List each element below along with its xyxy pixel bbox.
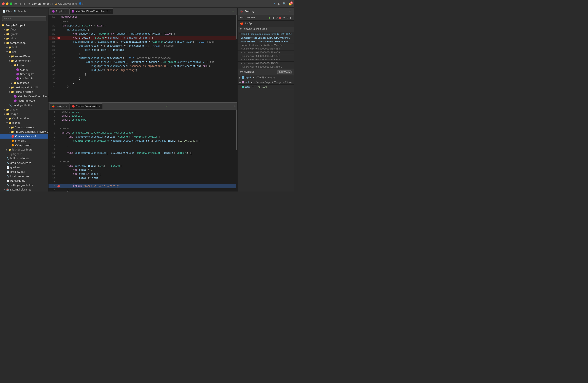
thread-frame-6[interactable]: <unknown> 0x00000001c50f1c04: [238, 54, 294, 58]
tree-item-fleet[interactable]: ▶ 📁 .fleet: [0, 27, 48, 32]
tab-mainswift[interactable]: 🟣 MainSwiftViewController.kt ✕: [69, 8, 113, 14]
tree-item-readme[interactable]: 📋 README.md: [0, 179, 48, 183]
thread-frame-1[interactable]: SampleProject.ComposeView.sumArray(inpu: [238, 36, 294, 40]
thread-frame-5[interactable]: <unknown> 0x00000001c49f8e30: [238, 51, 294, 54]
layout-icon[interactable]: ⊞: [23, 2, 25, 5]
tree-item-appkt[interactable]: 🟣 App.kt: [0, 67, 48, 72]
tab-close-button[interactable]: ✕: [99, 105, 101, 107]
thread-frame-2[interactable]: SampleProject.ComposeView.makeUIViewCo: [238, 40, 294, 43]
tree-item-desktopmain[interactable]: ▶ 📁 desktopMain / kotlin: [0, 85, 48, 90]
tree-item-settings[interactable]: 🔧 settings.gradle.kts: [0, 183, 48, 188]
scrollbar-thumb[interactable]: [236, 110, 237, 150]
tree-item-gradlew-bat[interactable]: 📄 gradlew.bat: [0, 170, 48, 174]
thread-frame-9[interactable]: <unknown> 0x00000001c50f1ae0...: [238, 65, 294, 69]
tree-item-iosapp-inner[interactable]: ▼ 📁 iosApp: [0, 121, 48, 125]
tree-item-contentview[interactable]: 🔴 ContentView.swift: [0, 134, 48, 139]
scrollbar-thumb[interactable]: [236, 15, 237, 39]
tree-item-gradlew[interactable]: 📄 gradlew: [0, 165, 48, 170]
tree-item-iosapp[interactable]: ▼ 📁 iosApp: [0, 112, 48, 116]
variable-total[interactable]: ▶ total = {Int} 100: [238, 85, 294, 89]
tree-item-infoplist[interactable]: 🔶 Info.plist: [0, 139, 48, 143]
thread-frame-3[interactable]: protocol witness for SwiftUI.UIViewCo: [238, 43, 294, 47]
tree-item-kotlin[interactable]: ▼ 📁 kotlin: [0, 63, 48, 67]
tree-item-src[interactable]: ▼ 📁 src: [0, 50, 48, 54]
thread-main[interactable]: Thread-1-<com.apple.main-thread> (244462…: [238, 32, 294, 36]
tab-close-button[interactable]: ✕: [65, 10, 67, 13]
top-code-editor[interactable]: 19 @Composable 6 usages 20 fun App(text:…: [48, 15, 236, 102]
tree-item-build[interactable]: ▶ 📁 build: [0, 45, 48, 50]
notification-icon[interactable]: 🔔 1: [289, 2, 292, 5]
tab-contentview[interactable]: 🔴 ContentView.swift ✕: [70, 103, 103, 109]
files-tab[interactable]: 📄 Files: [2, 10, 12, 13]
tree-item-external[interactable]: ▶ 📚 External Libraries: [0, 188, 48, 192]
bottom-scrollbar[interactable]: [236, 110, 237, 192]
variable-input[interactable]: ▶ input = {[Int]} 4 values: [238, 75, 294, 80]
add-tab-button[interactable]: +: [233, 104, 236, 108]
expand-arrow-icon[interactable]: ▶: [239, 77, 241, 79]
lightning-icon[interactable]: ⚡: [273, 2, 276, 6]
tree-item-platformios[interactable]: 🟣 Platform.ios.kt: [0, 98, 48, 103]
search-icon[interactable]: 🔍: [283, 2, 286, 5]
top-scrollbar[interactable]: [236, 15, 237, 102]
variable-self[interactable]: ▶ self = {SampleProject.ComposeView}: [238, 80, 294, 85]
tree-item-gradle-folder[interactable]: ▶ 📁 gradle: [0, 107, 48, 112]
tree-item-platformkt[interactable]: 🟣 Platform.kt: [0, 76, 48, 81]
tree-item-composeapp[interactable]: ▼ 📁 composeApp: [0, 41, 48, 45]
tree-root[interactable]: 📁 SampleProject: [0, 23, 48, 27]
step-into-button[interactable]: ↓: [286, 16, 288, 19]
close-button[interactable]: [2, 2, 5, 5]
search-tab[interactable]: 🔍 Search: [14, 10, 26, 13]
panel-icon[interactable]: ⊡: [19, 2, 21, 5]
step-out-button[interactable]: ↑: [289, 16, 292, 19]
resume-button[interactable]: ▶: [269, 16, 271, 19]
bottom-code-editor[interactable]: 1 import UIKit 2 import SwiftUI 3 i: [48, 110, 236, 192]
grid-icon[interactable]: ⠿: [28, 2, 30, 5]
tab-appkt[interactable]: 🟣 App.kt ✕: [50, 8, 69, 14]
expand-arrow-icon[interactable]: ▶: [239, 81, 241, 83]
breakpoint-dot[interactable]: [57, 185, 60, 188]
add-profile-icon[interactable]: 👤+: [79, 2, 84, 5]
step-over-button[interactable]: ↩: [283, 16, 285, 19]
checkmark-icon[interactable]: ✓: [232, 10, 234, 13]
tree-item-gradle[interactable]: ▶ 📁 .gradle: [0, 32, 48, 36]
tree-item-greetingkt[interactable]: 🟣 Greeting.kt: [0, 72, 48, 76]
tree-item-preview-content[interactable]: ▶ 📁 Preview Content / Preview Asset: [0, 130, 48, 134]
process-item[interactable]: 🍎 iosApp: [238, 20, 294, 26]
sidebar-toggle-icon[interactable]: ▤: [14, 2, 17, 5]
add-watch-button[interactable]: Add Watch: [277, 70, 292, 74]
thread-frame-4[interactable]: <unknown> 0x00000001c49f8a54: [238, 47, 294, 51]
tree-item-buildgradle-compose[interactable]: 🔧 build.gradle.kts: [0, 103, 48, 107]
play-icon[interactable]: ▶: [278, 2, 280, 5]
pause-button[interactable]: ⏸: [272, 16, 274, 19]
tree-item-configuration[interactable]: ▶ 📁 Configuration: [0, 116, 48, 121]
file-icon: 🔸: [6, 153, 9, 155]
tab-close-button[interactable]: ✕: [65, 105, 67, 107]
tree-item-buildgradle-root[interactable]: 🔧 build.gradle.kts: [0, 156, 48, 161]
thread-frame-8[interactable]: <unknown> 0x00000001c4f4536c: [238, 62, 294, 65]
tree-item-iosmain[interactable]: ▼ 📁 iosMain / kotlin: [0, 90, 48, 94]
stop-button[interactable]: ■: [279, 16, 281, 19]
tree-item-xcodeproj[interactable]: ▶ 📁 iosApp.xcodeproj: [0, 148, 48, 152]
thread-frame-7[interactable]: <unknown> 0x00000001c50f65d4: [238, 58, 294, 62]
tree-item-idea[interactable]: ▶ 📁 .idea: [0, 36, 48, 41]
tab-iosapp[interactable]: 🍎 iosApp ✕: [50, 103, 69, 109]
minimize-button[interactable]: [6, 2, 8, 5]
tree-item-iosappswift[interactable]: 🔶 iOSApp.swift: [0, 143, 48, 148]
search-input[interactable]: [2, 16, 46, 21]
tree-item-commonmain[interactable]: ▼ 📁 commonMain: [0, 58, 48, 63]
tree-item-resources[interactable]: ▶ 📁 resources: [0, 81, 48, 85]
breakpoint-dot[interactable]: [57, 37, 60, 39]
maximize-button[interactable]: [10, 2, 12, 5]
tree-label: kotlin: [17, 64, 24, 67]
tab-close-button[interactable]: ✕: [109, 10, 111, 13]
checkmark-icon[interactable]: ✓: [166, 105, 169, 108]
tree-item-androidmain[interactable]: ▶ 📁 androidMain: [0, 54, 48, 58]
restart-button[interactable]: ↺: [276, 16, 278, 19]
tree-item-assets[interactable]: ▶ 📁 Assets.xcassets: [0, 125, 48, 130]
tree-item-gradleprops[interactable]: 🔧 gradle.properties: [0, 161, 48, 165]
tree-item-gitignore[interactable]: 🔸 .gitignore: [0, 152, 48, 156]
tree-label: .gitignore: [10, 153, 22, 155]
add-debug-button[interactable]: +: [289, 9, 292, 13]
tree-item-localprops[interactable]: 🔧 local.properties: [0, 174, 48, 179]
tree-item-mainswift[interactable]: 🟣 MainSwiftViewController.kt: [0, 94, 48, 98]
